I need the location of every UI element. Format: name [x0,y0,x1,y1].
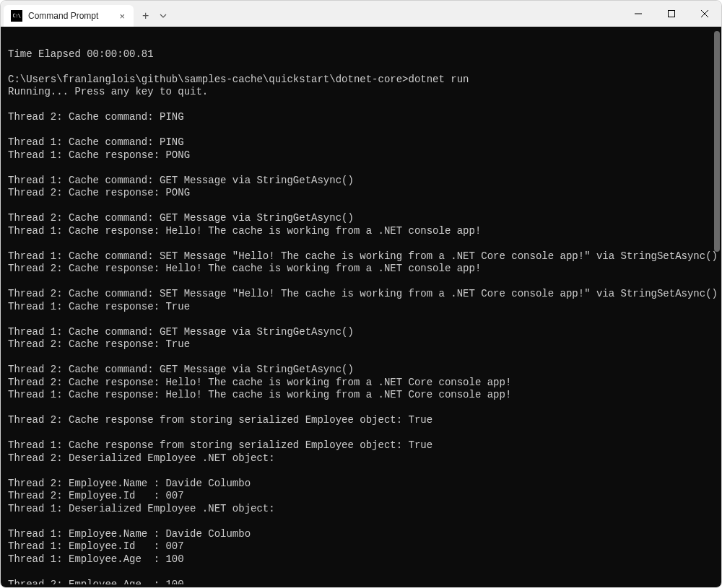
tab-dropdown-icon[interactable] [159,12,168,20]
close-tab-icon[interactable]: × [118,11,126,22]
minimize-button[interactable] [622,1,655,27]
terminal-area: Time Elapsed 00:00:00.81 C:\Users\franla… [1,27,721,587]
close-button[interactable] [688,1,721,27]
tabs-row: C:\ Command Prompt × + [1,1,168,27]
tab-title: Command Prompt [28,11,112,21]
new-tab-button[interactable]: + [142,9,149,22]
svg-rect-1 [669,11,675,17]
tab-command-prompt[interactable]: C:\ Command Prompt × [4,5,134,27]
window-controls [622,1,721,27]
cmd-icon: C:\ [11,10,22,22]
maximize-button[interactable] [655,1,688,27]
terminal-output[interactable]: Time Elapsed 00:00:00.81 C:\Users\franla… [4,30,718,584]
title-bar: C:\ Command Prompt × + [1,1,721,27]
tab-actions: + [134,5,168,27]
scrollbar[interactable] [714,31,720,583]
scrollbar-thumb[interactable] [714,31,720,252]
